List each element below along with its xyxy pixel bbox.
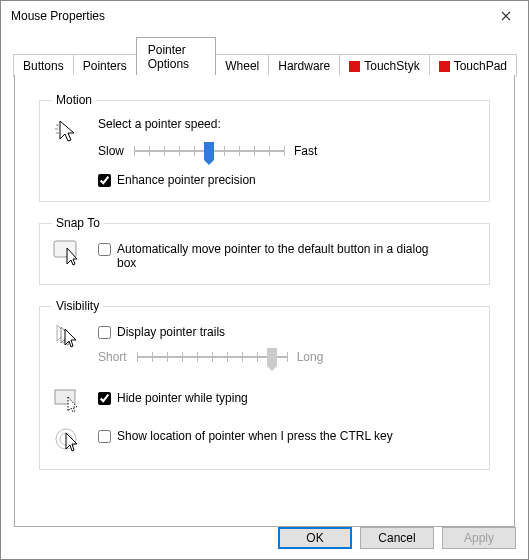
ctrl-locate-checkbox[interactable]: Show location of pointer when I press th…	[98, 429, 477, 443]
snapto-group: Snap To Automatically move pointer to th…	[39, 216, 490, 285]
speed-slow-label: Slow	[98, 144, 124, 158]
tab-touchstyk[interactable]: TouchStyk	[339, 54, 429, 77]
tab-content: Motion Select a pointer speed: Slow	[14, 75, 515, 527]
tab-pointers[interactable]: Pointers	[73, 54, 137, 77]
tab-touchpad[interactable]: TouchPad	[429, 54, 517, 77]
cancel-button[interactable]: Cancel	[360, 527, 434, 549]
tab-hardware[interactable]: Hardware	[268, 54, 340, 77]
snapto-legend: Snap To	[52, 216, 104, 230]
close-button[interactable]	[486, 2, 526, 30]
snap-to-icon	[53, 240, 83, 266]
pointer-trails-checkbox[interactable]: Display pointer trails	[98, 325, 477, 339]
motion-legend: Motion	[52, 93, 96, 107]
ok-button[interactable]: OK	[278, 527, 352, 549]
synaptics-icon	[439, 61, 450, 72]
visibility-group: Visibility Display pointer trails	[39, 299, 490, 470]
apply-button: Apply	[442, 527, 516, 549]
mouse-properties-dialog: Mouse Properties Buttons Pointers Pointe…	[0, 0, 529, 560]
snap-to-checkbox[interactable]: Automatically move pointer to the defaul…	[98, 242, 477, 270]
tab-strip: Buttons Pointers Pointer Options Wheel H…	[1, 31, 528, 76]
speed-fast-label: Fast	[294, 144, 317, 158]
tab-buttons[interactable]: Buttons	[13, 54, 74, 77]
trails-short-label: Short	[98, 350, 127, 364]
window-title: Mouse Properties	[11, 9, 105, 23]
pointer-speed-icon	[54, 117, 82, 145]
pointer-speed-slider[interactable]	[134, 141, 284, 161]
ctrl-locate-icon	[54, 427, 82, 455]
pointer-speed-label: Select a pointer speed:	[98, 117, 477, 131]
pointer-trails-icon	[53, 323, 83, 351]
hide-pointer-icon	[54, 389, 82, 413]
dialog-buttons: OK Cancel Apply	[278, 527, 516, 549]
motion-group: Motion Select a pointer speed: Slow	[39, 93, 490, 202]
enhance-precision-checkbox[interactable]: Enhance pointer precision	[98, 173, 477, 187]
pointer-trails-slider	[137, 347, 287, 367]
visibility-legend: Visibility	[52, 299, 103, 313]
close-icon	[501, 11, 511, 21]
titlebar: Mouse Properties	[1, 1, 528, 31]
hide-pointer-checkbox[interactable]: Hide pointer while typing	[98, 391, 477, 405]
trails-long-label: Long	[297, 350, 324, 364]
tab-wheel[interactable]: Wheel	[215, 54, 269, 77]
synaptics-icon	[349, 61, 360, 72]
tab-pointer-options[interactable]: Pointer Options	[136, 37, 216, 76]
